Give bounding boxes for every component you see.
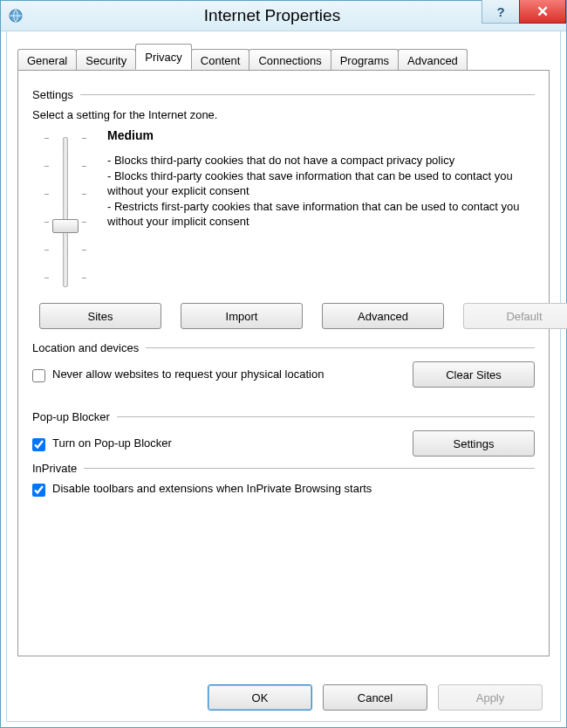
tab-content[interactable]: Content: [191, 49, 250, 71]
tab-privacy[interactable]: Privacy: [135, 44, 192, 70]
cancel-button[interactable]: Cancel: [323, 684, 427, 711]
ok-button[interactable]: OK: [208, 684, 312, 711]
popup-blocker-row[interactable]: Turn on Pop-up Blocker: [32, 436, 172, 451]
advanced-button[interactable]: Advanced: [322, 303, 444, 329]
group-label: InPrivate: [32, 462, 77, 475]
import-button[interactable]: Import: [181, 303, 303, 329]
privacy-level-name: Medium: [107, 128, 535, 142]
never-allow-location-row[interactable]: Never allow websites to request your phy…: [32, 367, 324, 382]
group-popup: Pop-up Blocker Turn on Pop-up Blocker Se…: [32, 410, 535, 457]
inprivate-checkbox[interactable]: [32, 484, 45, 497]
popup-settings-button[interactable]: Settings: [413, 430, 535, 457]
inprivate-label: Disable toolbars and extensions when InP…: [52, 482, 372, 495]
dialog-button-row: OK Cancel Apply: [208, 684, 543, 711]
clear-sites-button[interactable]: Clear Sites: [413, 361, 535, 388]
default-button: Default: [463, 303, 567, 329]
group-location: Location and devices Never allow website…: [32, 341, 535, 388]
group-label: Pop-up Blocker: [32, 410, 110, 423]
privacy-slider[interactable]: [44, 134, 86, 291]
tab-connections[interactable]: Connections: [249, 49, 331, 71]
apply-button: Apply: [438, 684, 543, 711]
group-label: Location and devices: [32, 341, 139, 354]
sites-button[interactable]: Sites: [39, 303, 161, 329]
dialog-window: Internet Properties ? ✕ GeneralSecurityP…: [0, 0, 567, 728]
client-area: GeneralSecurityPrivacyContentConnections…: [6, 31, 561, 722]
settings-instruction: Select a setting for the Internet zone.: [32, 108, 535, 121]
tab-general[interactable]: General: [17, 49, 77, 71]
popup-blocker-checkbox[interactable]: [32, 438, 45, 451]
titlebar: Internet Properties ? ✕: [1, 1, 566, 31]
tab-security[interactable]: Security: [76, 49, 136, 71]
popup-blocker-label: Turn on Pop-up Blocker: [52, 436, 172, 450]
tabstrip: GeneralSecurityPrivacyContentConnections…: [17, 44, 550, 70]
group-settings: Settings Select a setting for the Intern…: [32, 88, 535, 329]
inprivate-row[interactable]: Disable toolbars and extensions when InP…: [32, 482, 535, 497]
slider-thumb[interactable]: [52, 219, 79, 233]
group-label: Settings: [32, 88, 73, 101]
help-button[interactable]: ?: [482, 0, 519, 24]
privacy-level-description: - Blocks third-party cookies that do not…: [107, 153, 535, 230]
never-allow-location-checkbox[interactable]: [32, 369, 45, 382]
tab-panel-privacy: Settings Select a setting for the Intern…: [17, 70, 550, 656]
group-inprivate: InPrivate Disable toolbars and extension…: [32, 462, 535, 497]
tab-advanced[interactable]: Advanced: [398, 49, 468, 71]
close-button[interactable]: ✕: [519, 0, 566, 24]
never-allow-location-label: Never allow websites to request your phy…: [52, 367, 324, 381]
internet-options-icon: [8, 8, 24, 24]
tab-programs[interactable]: Programs: [331, 49, 399, 71]
